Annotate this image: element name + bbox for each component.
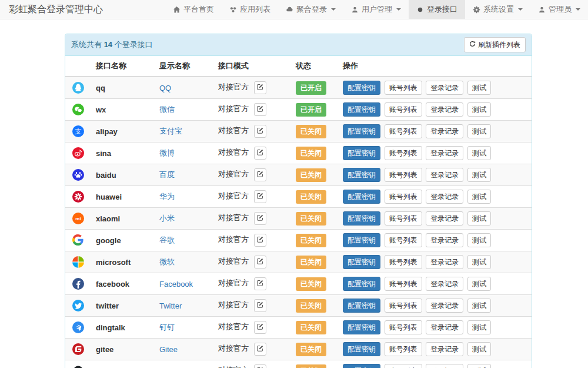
- login-records-button[interactable]: 登录记录: [426, 190, 463, 204]
- configure-key-button[interactable]: 配置密钥: [343, 190, 380, 204]
- account-list-button[interactable]: 账号列表: [385, 168, 422, 182]
- header-interface-mode: 接口模式: [213, 56, 291, 77]
- configure-key-button[interactable]: 配置密钥: [343, 299, 380, 313]
- nav-item-connect[interactable]: 登录接口: [409, 0, 465, 19]
- edit-mode-button[interactable]: [254, 277, 266, 290]
- login-records-button[interactable]: 登录记录: [426, 277, 463, 291]
- nav-item-apps[interactable]: 应用列表: [222, 0, 278, 19]
- test-button[interactable]: 测试: [467, 299, 491, 313]
- test-button[interactable]: 测试: [467, 190, 491, 204]
- edit-mode-button[interactable]: [254, 190, 266, 203]
- edit-mode-button[interactable]: [254, 147, 266, 160]
- account-list-button[interactable]: 账号列表: [385, 146, 422, 160]
- login-records-button[interactable]: 登录记录: [426, 211, 463, 226]
- login-records-button[interactable]: 登录记录: [426, 255, 463, 269]
- nav-item-home[interactable]: 平台首页: [165, 0, 222, 19]
- configure-key-button[interactable]: 配置密钥: [343, 81, 380, 95]
- test-button[interactable]: 测试: [467, 255, 491, 269]
- account-list-button[interactable]: 账号列表: [385, 277, 422, 291]
- edit-mode-button[interactable]: [254, 321, 266, 334]
- display-name-link[interactable]: 谷歌: [159, 236, 175, 244]
- login-records-button[interactable]: 登录记录: [426, 102, 463, 117]
- account-list-button[interactable]: 账号列表: [385, 233, 422, 247]
- configure-key-button[interactable]: 配置密钥: [343, 124, 380, 138]
- configure-key-button[interactable]: 配置密钥: [343, 364, 380, 368]
- edit-mode-button[interactable]: [254, 343, 266, 356]
- edit-icon: [257, 235, 263, 246]
- edit-mode-button[interactable]: [254, 103, 266, 116]
- configure-key-button[interactable]: 配置密钥: [343, 146, 380, 160]
- display-name-link[interactable]: Twitter: [159, 301, 182, 310]
- display-name-link[interactable]: 支付宝: [159, 127, 182, 135]
- account-list-button[interactable]: 账号列表: [385, 364, 422, 368]
- login-records-button[interactable]: 登录记录: [426, 299, 463, 313]
- status-badge: 已关闭: [296, 343, 326, 356]
- test-button[interactable]: 测试: [467, 102, 491, 117]
- account-list-button[interactable]: 账号列表: [385, 255, 422, 269]
- test-button[interactable]: 测试: [467, 233, 491, 247]
- interface-name: qq: [96, 84, 105, 92]
- edit-mode-button[interactable]: [254, 299, 266, 312]
- interface-name: baidu: [96, 171, 116, 180]
- edit-mode-button[interactable]: [254, 125, 266, 138]
- nav-item-oauth[interactable]: 聚合登录: [278, 0, 343, 19]
- edit-mode-button[interactable]: [254, 256, 266, 268]
- test-button[interactable]: 测试: [467, 146, 491, 160]
- edit-mode-button[interactable]: [254, 212, 266, 225]
- configure-key-button[interactable]: 配置密钥: [343, 320, 380, 334]
- login-records-button[interactable]: 登录记录: [426, 168, 463, 182]
- login-records-button[interactable]: 登录记录: [426, 124, 463, 138]
- test-button[interactable]: 测试: [467, 81, 491, 95]
- test-button[interactable]: 测试: [467, 320, 491, 334]
- nav-item-users[interactable]: 用户管理: [343, 0, 409, 19]
- display-name-link[interactable]: Gitee: [159, 345, 178, 354]
- display-name-link[interactable]: 钉钉: [159, 323, 175, 331]
- test-button[interactable]: 测试: [467, 342, 491, 356]
- status-badge: 已开启: [296, 81, 326, 95]
- test-button[interactable]: 测试: [467, 168, 491, 182]
- account-list-button[interactable]: 账号列表: [385, 211, 422, 226]
- display-name-link[interactable]: 微软: [159, 257, 175, 266]
- account-list-button[interactable]: 账号列表: [385, 299, 422, 313]
- nav-item-settings[interactable]: 系统设置: [465, 0, 530, 19]
- edit-mode-button[interactable]: [254, 234, 266, 247]
- configure-key-button[interactable]: 配置密钥: [343, 233, 380, 247]
- account-list-button[interactable]: 账号列表: [385, 190, 422, 204]
- edit-mode-button[interactable]: [254, 81, 266, 94]
- configure-key-button[interactable]: 配置密钥: [343, 277, 380, 291]
- display-name-link[interactable]: QQ: [159, 84, 171, 92]
- login-records-button[interactable]: 登录记录: [426, 320, 463, 334]
- configure-key-button[interactable]: 配置密钥: [343, 102, 380, 117]
- configure-key-button[interactable]: 配置密钥: [343, 255, 380, 269]
- login-records-button[interactable]: 登录记录: [426, 233, 463, 247]
- configure-key-button[interactable]: 配置密钥: [343, 168, 380, 182]
- edit-mode-button[interactable]: [254, 168, 266, 181]
- account-list-button[interactable]: 账号列表: [385, 124, 422, 138]
- display-name-link[interactable]: Facebook: [159, 280, 193, 289]
- display-name-link[interactable]: 微博: [159, 148, 175, 157]
- brand-title[interactable]: 彩虹聚合登录管理中心: [0, 0, 112, 19]
- display-name-link[interactable]: 百度: [159, 170, 175, 179]
- edit-mode-button[interactable]: [254, 364, 266, 368]
- refresh-plugins-button[interactable]: 刷新插件列表: [464, 37, 526, 52]
- account-list-button[interactable]: 账号列表: [385, 342, 422, 356]
- account-list-button[interactable]: 账号列表: [385, 102, 422, 117]
- account-list-button[interactable]: 账号列表: [385, 320, 422, 334]
- login-records-button[interactable]: 登录记录: [426, 342, 463, 356]
- test-button[interactable]: 测试: [467, 364, 491, 368]
- gear-icon: [473, 6, 480, 14]
- login-records-button[interactable]: 登录记录: [426, 146, 463, 160]
- display-name-link[interactable]: 微信: [159, 105, 175, 114]
- display-name-link[interactable]: 华为: [159, 192, 175, 201]
- main-container: 系统共有 14 个登录接口 刷新插件列表 接口名称 显示名称 接口模式 状态 操…: [65, 19, 532, 368]
- nav-item-admin[interactable]: 管理员: [530, 0, 588, 19]
- account-list-button[interactable]: 账号列表: [385, 81, 422, 95]
- login-records-button[interactable]: 登录记录: [426, 81, 463, 95]
- login-records-button[interactable]: 登录记录: [426, 364, 463, 368]
- test-button[interactable]: 测试: [467, 277, 491, 291]
- configure-key-button[interactable]: 配置密钥: [343, 342, 380, 356]
- test-button[interactable]: 测试: [467, 124, 491, 138]
- configure-key-button[interactable]: 配置密钥: [343, 211, 380, 226]
- test-button[interactable]: 测试: [467, 211, 491, 226]
- display-name-link[interactable]: 小米: [159, 214, 175, 223]
